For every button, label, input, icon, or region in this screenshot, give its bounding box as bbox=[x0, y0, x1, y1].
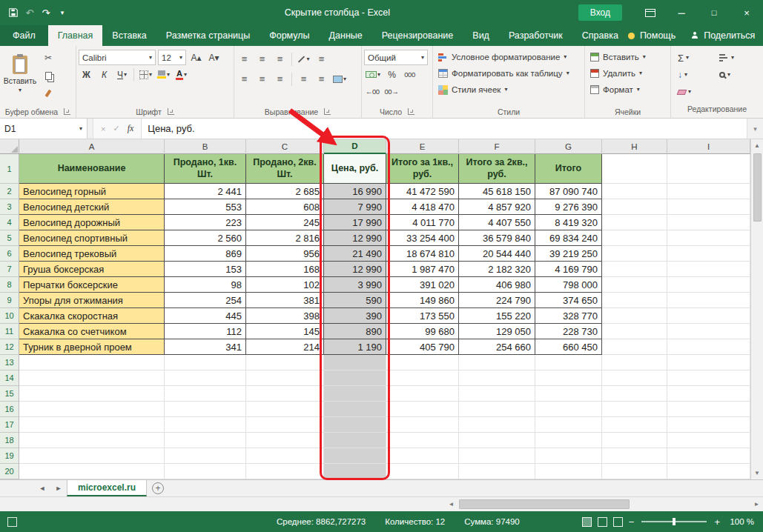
tab-formulas[interactable]: Формулы bbox=[260, 25, 319, 46]
cell-G16[interactable] bbox=[535, 402, 602, 417]
cell-A16[interactable] bbox=[19, 402, 165, 417]
cell-D1[interactable]: Цена, руб. bbox=[324, 154, 386, 184]
increase-indent-button[interactable]: ≡ bbox=[314, 71, 329, 87]
cell-A7[interactable]: Груша боксерская bbox=[19, 262, 165, 277]
row-header-9[interactable]: 9 bbox=[0, 293, 19, 308]
cell-D12[interactable]: 1 190 bbox=[324, 339, 386, 355]
formula-input[interactable]: Цена, руб. bbox=[142, 119, 747, 139]
cell-C1[interactable]: Продано, 2кв. Шт. bbox=[246, 154, 324, 184]
cell-H9[interactable] bbox=[602, 293, 667, 308]
cell-I7[interactable] bbox=[667, 262, 750, 277]
alignment-dialog-launcher[interactable] bbox=[324, 108, 331, 115]
row-header-17[interactable]: 17 bbox=[0, 417, 19, 433]
cell-E13[interactable] bbox=[386, 355, 459, 370]
format-cells-dropdown-icon[interactable]: ▾ bbox=[637, 87, 640, 93]
cell-I10[interactable] bbox=[667, 308, 750, 324]
row-header-15[interactable]: 15 bbox=[0, 386, 19, 402]
name-box-dropdown-icon[interactable]: ▾ bbox=[79, 126, 82, 132]
cell-H2[interactable] bbox=[602, 184, 667, 199]
save-icon[interactable] bbox=[7, 4, 19, 21]
tell-me-help-button[interactable]: Помощь bbox=[640, 30, 676, 41]
row-header-3[interactable]: 3 bbox=[0, 199, 19, 215]
cell-B11[interactable]: 112 bbox=[165, 324, 246, 339]
bottom-align-button[interactable]: ≡ bbox=[272, 51, 288, 67]
column-header-B[interactable]: B bbox=[165, 139, 246, 154]
accounting-format-button[interactable]: ▾ bbox=[364, 67, 382, 82]
cell-E16[interactable] bbox=[386, 402, 459, 417]
cell-D15[interactable] bbox=[324, 386, 386, 402]
cell-I13[interactable] bbox=[667, 355, 750, 370]
cell-H16[interactable] bbox=[602, 402, 667, 417]
cell-B19[interactable] bbox=[165, 448, 246, 464]
font-size-combobox[interactable]: 12 ▾ bbox=[158, 50, 186, 65]
tab-help[interactable]: Справка bbox=[572, 25, 628, 46]
cell-C15[interactable] bbox=[246, 386, 324, 402]
column-header-H[interactable]: H bbox=[602, 139, 667, 154]
fill-button[interactable]: ↓ ▾ bbox=[678, 67, 715, 82]
row-header-4[interactable]: 4 bbox=[0, 215, 19, 230]
cell-A3[interactable]: Велосипед детский bbox=[19, 199, 165, 215]
cell-C12[interactable]: 214 bbox=[246, 339, 324, 355]
cell-I19[interactable] bbox=[667, 448, 750, 464]
cell-G19[interactable] bbox=[535, 448, 602, 464]
cell-C8[interactable]: 102 bbox=[246, 277, 324, 293]
cell-B14[interactable] bbox=[165, 370, 246, 386]
cell-G7[interactable]: 4 169 790 bbox=[535, 262, 602, 277]
increase-font-size-button[interactable]: А▴ bbox=[188, 50, 204, 65]
tab-file[interactable]: Файл bbox=[0, 25, 48, 46]
row-header-20[interactable]: 20 bbox=[0, 464, 19, 479]
borders-button[interactable]: ▾ bbox=[138, 67, 153, 82]
redo-icon[interactable]: ↷ bbox=[40, 4, 52, 21]
cell-F12[interactable]: 254 660 bbox=[459, 339, 535, 355]
minimize-button[interactable]: ─ bbox=[665, 0, 698, 25]
cell-I1[interactable] bbox=[667, 154, 750, 184]
cell-G12[interactable]: 660 450 bbox=[535, 339, 602, 355]
row-header-12[interactable]: 12 bbox=[0, 339, 19, 355]
cell-C16[interactable] bbox=[246, 402, 324, 417]
cell-F20[interactable] bbox=[459, 464, 535, 479]
cell-C19[interactable] bbox=[246, 448, 324, 464]
number-dialog-launcher[interactable] bbox=[408, 108, 414, 115]
cell-E12[interactable]: 405 790 bbox=[386, 339, 459, 355]
cell-D14[interactable] bbox=[324, 370, 386, 386]
status-count[interactable]: Количество: 12 bbox=[385, 517, 445, 526]
column-header-G[interactable]: G bbox=[535, 139, 602, 154]
cell-A13[interactable] bbox=[19, 355, 165, 370]
cell-A15[interactable] bbox=[19, 386, 165, 402]
cell-H5[interactable] bbox=[602, 230, 667, 246]
cell-B3[interactable]: 553 bbox=[165, 199, 246, 215]
cell-E7[interactable]: 1 987 470 bbox=[386, 262, 459, 277]
cell-A12[interactable]: Турник в дверной проем bbox=[19, 339, 165, 355]
copy-button[interactable] bbox=[40, 68, 56, 83]
comma-style-button[interactable]: 000 bbox=[402, 67, 417, 82]
page-layout-view-button[interactable] bbox=[598, 517, 607, 527]
cell-E3[interactable]: 4 418 470 bbox=[386, 199, 459, 215]
decrease-font-size-button[interactable]: А▾ bbox=[206, 50, 222, 65]
cell-I20[interactable] bbox=[667, 464, 750, 479]
orientation-dropdown-icon[interactable]: ▾ bbox=[306, 56, 309, 62]
number-format-combobox[interactable]: Общий ▾ bbox=[364, 50, 428, 65]
cell-A19[interactable] bbox=[19, 448, 165, 464]
cell-G20[interactable] bbox=[535, 464, 602, 479]
merge-center-button[interactable]: ▾ bbox=[331, 71, 348, 87]
insert-cells-dropdown-icon[interactable]: ▾ bbox=[643, 54, 646, 60]
row-header-6[interactable]: 6 bbox=[0, 246, 19, 262]
cell-I16[interactable] bbox=[667, 402, 750, 417]
cell-C6[interactable]: 956 bbox=[246, 246, 324, 262]
cell-I2[interactable] bbox=[667, 184, 750, 199]
column-header-I[interactable]: I bbox=[667, 139, 750, 154]
cell-A5[interactable]: Велосипед спортивный bbox=[19, 230, 165, 246]
underline-dropdown-icon[interactable]: ▾ bbox=[124, 72, 127, 78]
scroll-up-icon[interactable]: ▲ bbox=[751, 139, 763, 152]
cell-F9[interactable]: 224 790 bbox=[459, 293, 535, 308]
maximize-button[interactable]: □ bbox=[698, 0, 730, 25]
borders-dropdown-icon[interactable]: ▾ bbox=[149, 72, 152, 78]
zoom-out-button[interactable]: − bbox=[629, 517, 635, 527]
cell-D3[interactable]: 7 990 bbox=[324, 199, 386, 215]
cell-E2[interactable]: 41 472 590 bbox=[386, 184, 459, 199]
cell-C4[interactable]: 245 bbox=[246, 215, 324, 230]
new-sheet-button[interactable]: + bbox=[147, 480, 169, 496]
cell-E17[interactable] bbox=[386, 417, 459, 433]
percent-style-button[interactable]: % bbox=[384, 67, 400, 82]
format-as-table-button[interactable]: Форматировать как таблицу ▾ bbox=[435, 65, 582, 82]
